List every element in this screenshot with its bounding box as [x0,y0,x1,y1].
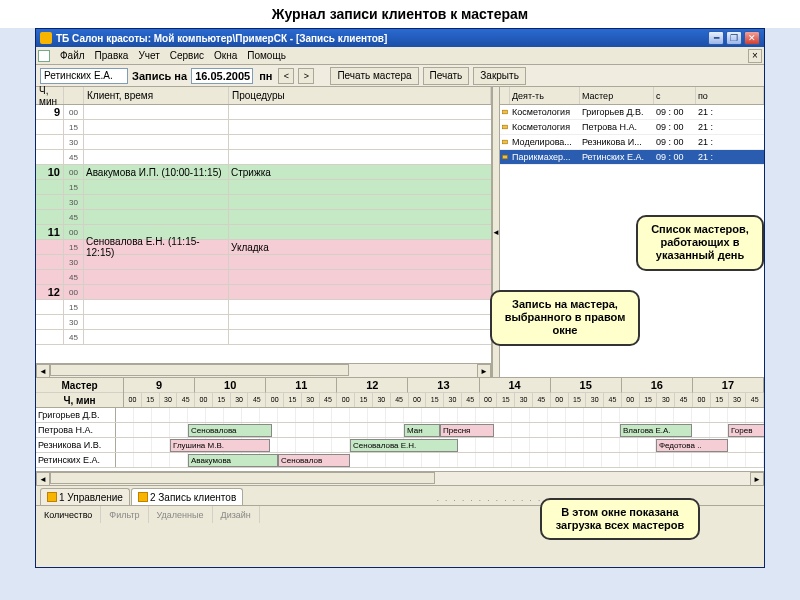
timeline-row[interactable]: Григорьев Д.В. [36,408,764,423]
prev-day-button[interactable]: < [278,68,294,84]
timeline-row[interactable]: Резникова И.В.Глушина М.В.Сеновалова Е.Н… [36,438,764,453]
timeline-hscroll[interactable]: ◄ ► [36,471,764,485]
menu-windows[interactable]: Окна [214,50,237,61]
status-deleted[interactable]: Удаленные [149,506,213,523]
window-title: ТБ Салон красоты: Мой компьютер\ПримерСК… [56,33,708,44]
appointment-bar[interactable]: Сеновалов [278,454,350,467]
schedule-slot[interactable]: 45 [36,330,491,345]
master-row[interactable]: Парикмахер...Ретинских Е.А.09 : 0021 : [500,150,764,165]
schedule-slot[interactable]: 30 [36,315,491,330]
col-activity: Деят-ть [510,87,580,104]
toolbar: Ретинских Е.А. Запись на 16.05.2005 пн <… [36,65,764,87]
appointment-bar[interactable]: Сеновалова Е.Н. [350,439,458,452]
schedule-slot[interactable]: 900 [36,105,491,120]
timeline-pane: Мастер Ч, мин 91011121314151617001530450… [36,377,764,485]
svg-rect-3 [503,155,508,159]
schedule-grid[interactable]: 9001530451000Авакумова И.П. (10:00-11:15… [36,105,491,363]
timeline-body[interactable]: Григорьев Д.В.Петрова Н.А.СеноваловаМанП… [36,408,764,471]
timeline-row[interactable]: Ретинских Е.А.АвакумоваСеновалов [36,453,764,468]
status-design[interactable]: Дизайн [213,506,260,523]
mdi-close-button[interactable]: × [748,49,762,63]
schedule-slot[interactable]: 15 [36,180,491,195]
col-hour: Ч, мин [36,87,64,104]
appointment-bar[interactable]: Глушина М.В. [170,439,270,452]
menu-edit[interactable]: Правка [95,50,129,61]
status-filter[interactable]: Фильтр [101,506,148,523]
titlebar: ТБ Салон красоты: Мой компьютер\ПримерСК… [36,29,764,47]
schedule-slot[interactable]: 30 [36,135,491,150]
schedule-pane: Ч, мин Клиент, время Процедуры 900153045… [36,87,492,377]
schedule-slot[interactable]: 1000Авакумова И.П. (10:00-11:15)Стрижка [36,165,491,180]
menu-accounting[interactable]: Учет [138,50,159,61]
close-form-button[interactable]: Закрыть [473,67,526,85]
callout-timeline: В этом окне показана загрузка всех масте… [540,498,700,540]
weekday-label: пн [257,70,274,82]
minimize-button[interactable]: ━ [708,31,724,45]
master-selector[interactable]: Ретинских Е.А. [40,68,128,84]
menu-help[interactable]: Помощь [247,50,286,61]
timeline-time-label: Ч, мин [36,393,123,407]
main-window: ТБ Салон красоты: Мой компьютер\ПримерСК… [35,28,765,568]
schedule-slot[interactable]: 30 [36,255,491,270]
appointment-bar[interactable]: Горев [728,424,764,437]
doc-icon [38,50,50,62]
schedule-slot[interactable]: 15 [36,120,491,135]
col-to: по [696,87,764,104]
schedule-slot[interactable]: 45 [36,150,491,165]
appointment-bar[interactable]: Влагова Е.А. [620,424,692,437]
print-master-button[interactable]: Печать мастера [330,67,418,85]
date-field[interactable]: 16.05.2005 [191,68,253,84]
scroll-right-icon[interactable]: ► [477,364,491,378]
menu-service[interactable]: Сервис [170,50,204,61]
schedule-slot[interactable]: 15Сеновалова Е.Н. (11:15-12:15)Укладка [36,240,491,255]
label-record-on: Запись на [132,70,187,82]
appointment-bar[interactable]: Федотова .. [656,439,728,452]
master-row[interactable]: КосметологияПетрова Н.А.09 : 0021 : [500,120,764,135]
col-master: Мастер [580,87,654,104]
col-min [64,87,84,104]
callout-schedule: Запись на мастера, выбранного в правом о… [490,290,640,346]
timeline-row[interactable]: Петрова Н.А.СеноваловаМанПресняВлагова Е… [36,423,764,438]
scroll-left-icon[interactable]: ◄ [36,472,50,486]
scroll-right-icon[interactable]: ► [750,472,764,486]
menu-file[interactable]: Файл [60,50,85,61]
scroll-left-icon[interactable]: ◄ [36,364,50,378]
col-client: Клиент, время [84,87,229,104]
schedule-hscroll[interactable]: ◄ ► [36,363,491,377]
col-proc: Процедуры [229,87,491,104]
page-heading: Журнал записи клиентов к мастерам [0,0,800,28]
appointment-bar[interactable]: Ман [404,424,440,437]
status-count[interactable]: Количество [36,506,101,523]
tab-icon [47,492,57,502]
tab-management[interactable]: 1 Управление [40,488,130,505]
maximize-button[interactable]: ❐ [726,31,742,45]
timeline-master-label: Мастер [36,378,123,393]
appointment-bar[interactable]: Сеновалова [188,424,272,437]
menubar: Файл Правка Учет Сервис Окна Помощь × [36,47,764,65]
schedule-slot[interactable]: 30 [36,195,491,210]
svg-rect-2 [503,140,508,144]
appointment-bar[interactable]: Пресня [440,424,494,437]
schedule-slot[interactable]: 1200 [36,285,491,300]
next-day-button[interactable]: > [298,68,314,84]
schedule-slot[interactable]: 45 [36,210,491,225]
tab-icon [138,492,148,502]
master-row[interactable]: Моделирова...Резникова И...09 : 0021 : [500,135,764,150]
col-from: с [654,87,696,104]
close-button[interactable]: ✕ [744,31,760,45]
callout-masters: Список мастеров, работающих в указанный … [636,215,764,271]
svg-rect-1 [503,125,508,129]
schedule-slot[interactable]: 45 [36,270,491,285]
timeline-header: 9101112131415161700153045001530450015304… [124,378,764,407]
tab-records[interactable]: 2 Запись клиентов [131,488,243,505]
schedule-slot[interactable]: 15 [36,300,491,315]
svg-rect-0 [503,110,508,114]
print-button[interactable]: Печать [423,67,470,85]
appointment-bar[interactable]: Авакумова [188,454,278,467]
col-icon [500,87,510,104]
app-icon [40,32,52,44]
master-row[interactable]: КосметологияГригорьев Д.В.09 : 0021 : [500,105,764,120]
